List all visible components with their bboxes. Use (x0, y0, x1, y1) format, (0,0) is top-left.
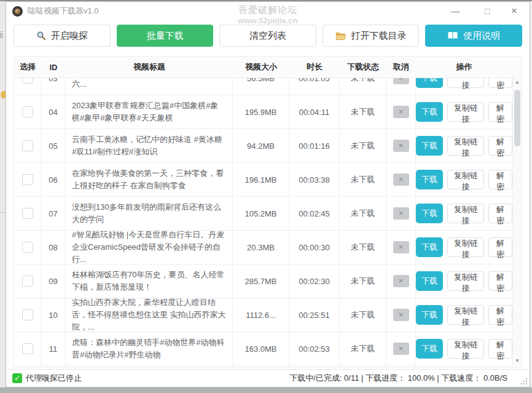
start-sniff-button[interactable]: 开启嗅探 (14, 25, 111, 47)
app-window: 哒哒视频下载器v1.0 吾爱破解论坛 www.52pojie.cn — □ × … (6, 1, 530, 387)
copy-link-button[interactable]: 复制链接 (447, 305, 484, 325)
download-button[interactable]: 下载 (416, 170, 443, 189)
scroll-down-icon[interactable]: ▼ (513, 356, 522, 366)
copy-link-button[interactable]: 复制链接 (447, 102, 484, 122)
desktop-background: 版 饣 0… 哒哒视频下载器v1.0 吾爱破解论坛 www.52pojie.cn… (0, 0, 532, 393)
clear-list-button[interactable]: 清空列表 (219, 25, 316, 47)
row-id: 08 (41, 231, 66, 264)
row-size: 56.5MB (233, 78, 289, 95)
download-button[interactable]: 下载 (416, 204, 443, 223)
decrypt-button[interactable]: 解密 (488, 136, 512, 156)
row-title: 云南手工黄冰糖，记忆中的好味道 #黄冰糖#双11#制作过程#涨知识 (66, 129, 233, 162)
vertical-scrollbar[interactable]: ▲ ▼ (512, 77, 522, 366)
row-checkbox[interactable] (22, 78, 33, 84)
magnifier-icon (36, 31, 46, 41)
scrollbar-thumb[interactable] (514, 90, 520, 146)
header-title: 视频标题 (66, 57, 233, 77)
row-checkbox[interactable] (22, 343, 33, 354)
copy-link-button[interactable]: 复制链接 (447, 170, 484, 189)
row-title: #智见酷玩好物 |今天是世界自行车日。丹麦企业CeramicSpeed曾研发不会… (66, 231, 233, 264)
download-button[interactable]: 下载 (416, 271, 443, 291)
decrypt-button[interactable]: 解密 (488, 237, 512, 257)
decrypt-button[interactable]: 解密 (488, 339, 512, 359)
decrypt-button[interactable]: 解密 (488, 102, 512, 122)
row-title: 虎猫：森林中的幽灵猎手#动物世界#动物科普#动物纪录片#野生动物 (66, 332, 233, 365)
cancel-button[interactable]: × (393, 106, 409, 118)
decrypt-button[interactable]: 解密 (488, 204, 512, 223)
cancel-button[interactable]: × (393, 78, 409, 84)
download-button[interactable]: 下载 (416, 339, 443, 359)
copy-link-button[interactable]: 复制链接 (447, 78, 484, 88)
table-row: 09 桂林榕湖饭店有70年历史，要员、名人经常下榻，新店雏形显现！ 285.7M… (14, 264, 512, 298)
row-checkbox[interactable] (22, 140, 33, 151)
toolbar: 开启嗅探 批量下载 清空列表 打开下载目录 使用说明 (6, 20, 530, 50)
video-table: 选择 ID 视频标题 视频大小 时长 下载状态 取消 操作 03 卡》第六季 #… (14, 56, 522, 368)
cancel-button[interactable]: × (393, 343, 409, 355)
row-duration: 00:02:45 (289, 197, 340, 230)
row-size: 1112.6... (233, 298, 289, 331)
cancel-button[interactable]: × (393, 275, 409, 287)
row-checkbox[interactable] (22, 276, 33, 287)
maximize-button[interactable]: □ (478, 6, 496, 16)
batch-download-button[interactable]: 批量下载 (117, 25, 214, 47)
download-button[interactable]: 下载 (416, 237, 443, 257)
open-download-dir-label: 打开下载目录 (351, 30, 407, 42)
row-status: 未下载 (340, 78, 386, 95)
cancel-button[interactable]: × (393, 173, 409, 186)
help-button[interactable]: 使用说明 (425, 25, 522, 47)
row-id: 06 (41, 163, 66, 196)
row-checkbox[interactable] (22, 309, 33, 320)
scroll-up-icon[interactable]: ▲ (513, 77, 522, 87)
copy-link-button[interactable]: 复制链接 (447, 339, 484, 359)
row-duration: 00:25:51 (289, 298, 340, 331)
row-id: 04 (41, 95, 66, 129)
titlebar[interactable]: 哒哒视频下载器v1.0 吾爱破解论坛 www.52pojie.cn — □ × (6, 2, 530, 20)
decrypt-button[interactable]: 解密 (488, 170, 512, 189)
close-button[interactable]: × (505, 5, 523, 17)
batch-download-label: 批量下载 (146, 30, 183, 42)
watermark-line1: 吾爱破解论坛 (238, 4, 297, 16)
book-icon (447, 31, 458, 40)
row-title: 桂林榕湖饭店有70年历史，要员、名人经常下榻，新店雏形显现！ (66, 264, 233, 298)
open-download-dir-button[interactable]: 打开下载目录 (323, 25, 420, 47)
row-status: 未下载 (340, 231, 386, 264)
resize-grip[interactable] (521, 378, 527, 384)
row-size: 285.7MB (233, 264, 289, 298)
minimize-button[interactable]: — (446, 6, 464, 16)
row-duration: 00:01:16 (289, 129, 340, 162)
row-checkbox[interactable] (22, 174, 33, 185)
row-checkbox[interactable] (22, 242, 33, 253)
row-checkbox[interactable] (22, 208, 33, 219)
decrypt-button[interactable]: 解密 (488, 271, 512, 291)
cancel-button[interactable]: × (393, 241, 409, 253)
row-checkbox[interactable] (22, 106, 33, 117)
table-row: 05 云南手工黄冰糖，记忆中的好味道 #黄冰糖#双11#制作过程#涨知识 94.… (14, 129, 512, 163)
help-label: 使用说明 (463, 30, 500, 42)
background-artifact-text: 版 (0, 30, 4, 41)
cancel-button[interactable]: × (393, 140, 409, 152)
row-status: 未下载 (340, 163, 386, 196)
download-button[interactable]: 下载 (416, 136, 443, 156)
cancel-button[interactable]: × (393, 207, 409, 220)
decrypt-button[interactable]: 解密 (488, 305, 512, 325)
header-select: 选择 (14, 57, 41, 77)
copy-link-button[interactable]: 复制链接 (447, 136, 484, 156)
background-artifact-text: 饣 (0, 114, 2, 124)
row-id: 10 (41, 298, 66, 331)
copy-link-button[interactable]: 复制链接 (447, 271, 484, 291)
copy-link-button[interactable]: 复制链接 (447, 204, 484, 223)
download-button[interactable]: 下载 (416, 305, 443, 325)
row-duration: 00:03:38 (289, 163, 340, 196)
row-status: 未下载 (340, 332, 386, 365)
scrollbar-track[interactable] (513, 87, 522, 356)
decrypt-button[interactable]: 解密 (488, 78, 512, 88)
row-status: 未下载 (340, 129, 386, 162)
row-title: 实拍山西乔家大院，豪华程度让人瞠目结舌，怪不得慈禧也想住这里 实拍山西乔家大院，… (66, 298, 233, 331)
cancel-button[interactable]: × (393, 309, 409, 321)
download-button[interactable]: 下载 (416, 78, 443, 88)
download-button[interactable]: 下载 (416, 102, 443, 122)
row-status: 未下载 (340, 197, 386, 230)
copy-link-button[interactable]: 复制链接 (447, 237, 484, 257)
row-size: 105.2MB (233, 197, 289, 230)
window-title: 哒哒视频下载器v1.0 (28, 6, 99, 17)
